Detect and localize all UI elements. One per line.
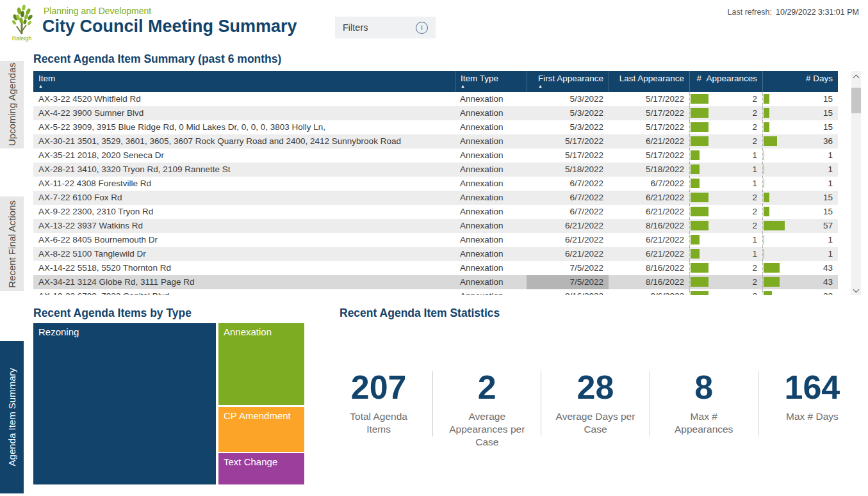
cell-days: 1 [762, 247, 838, 261]
table-row[interactable]: AX-28-21 3410, 3320 Tryon Rd, 2109 Ranne… [33, 163, 838, 177]
days-bar [764, 94, 769, 104]
cell-first-appearance: 6/21/2022 [527, 247, 609, 261]
table-row[interactable]: AX-8-22 5100 Tanglewild DrAnnexation6/21… [33, 247, 838, 261]
stat-label: Average Appearances per Case [446, 410, 528, 449]
stat-value: 8 [650, 370, 758, 405]
table-row[interactable]: AX-7-22 6100 Fox RdAnnexation6/7/20226/2… [33, 191, 838, 205]
sidebar-tab-upcoming-agendas[interactable]: Upcoming Agendas [0, 61, 24, 148]
cell-days: 15 [762, 205, 838, 219]
info-icon[interactable]: i [416, 22, 428, 34]
sidebar-tab-label: Recent Final Actions [6, 200, 17, 288]
table-row[interactable]: AX-11-22 4308 Forestville RdAnnexation6/… [33, 177, 838, 191]
stat-value: 2 [433, 370, 541, 405]
table-row[interactable]: AX-14-22 5518, 5520 Thornton RdAnnexatio… [33, 261, 838, 275]
last-refresh: Last refresh:10/29/2022 3:31:01 PM [728, 8, 859, 17]
appearances-value: 1 [690, 233, 762, 247]
days-bar [764, 207, 769, 216]
cell-first-appearance: 5/17/2022 [527, 134, 609, 148]
cell-item-type: Annexation [455, 289, 527, 295]
column-header-label: Item Type [461, 74, 498, 83]
table-row[interactable]: AX-10-22 6700, 7022 Capital BlvdAnnexati… [33, 289, 838, 295]
table-row[interactable]: AX-6-22 8405 Bournemouth DrAnnexation6/2… [33, 233, 838, 247]
days-bar [764, 108, 769, 118]
sidebar-tab-agenda-item-summary[interactable]: Agenda Item Summary [0, 341, 24, 493]
appearances-bar [691, 108, 708, 118]
column-header-appearances[interactable]: # Appearances▲ [689, 71, 762, 92]
cell-item-type: Annexation [455, 219, 527, 233]
cell-last-appearance: 8/16/2022 [609, 261, 689, 275]
cell-item-type: Annexation [455, 233, 527, 247]
cell-appearances: 1 [689, 163, 762, 177]
appearances-bar [691, 221, 708, 230]
scroll-thumb[interactable] [851, 88, 861, 113]
days-bar [764, 193, 769, 202]
cell-item: AX-7-22 6100 Fox Rd [33, 191, 455, 205]
svg-text:Raleigh: Raleigh [12, 35, 32, 42]
cell-appearances: 2 [689, 134, 762, 148]
cell-first-appearance: 6/7/2022 [527, 191, 609, 205]
filters-pane[interactable]: Filters i [335, 17, 436, 38]
column-header-item[interactable]: Item▲ [33, 71, 455, 92]
cell-days: 1 [762, 177, 838, 191]
treemap-tile-label: Text Change [224, 456, 277, 467]
table-row[interactable]: AX-13-22 3937 Watkins RdAnnexation6/21/2… [33, 219, 838, 233]
table-scrollbar[interactable] [851, 71, 861, 295]
treemap-tile-label: Rezoning [38, 326, 79, 337]
treemap-chart: RezoningAnnexationCP AmendmentText Chang… [33, 323, 304, 485]
cell-appearances: 1 [689, 233, 762, 247]
column-header-last-appearance[interactable]: Last Appearance▲ [609, 71, 689, 92]
cell-item-type: Annexation [455, 275, 527, 289]
cell-item: AX-8-22 5100 Tanglewild Dr [33, 247, 455, 261]
treemap-tile-cp-amendment[interactable]: CP Amendment [218, 407, 304, 452]
cell-days: 1 [762, 233, 838, 247]
cell-item-type: Annexation [455, 205, 527, 219]
page-title: City Council Meeting Summary [42, 17, 297, 36]
cell-appearances: 2 [689, 106, 762, 120]
table-row[interactable]: AX-3-22 4520 Whitfield RdAnnexation5/3/2… [33, 92, 838, 106]
table-row[interactable]: AX-4-22 3900 Sumner BlvdAnnexation5/3/20… [33, 106, 838, 120]
table-row[interactable]: AX-9-22 2300, 2310 Tryon RdAnnexation6/7… [33, 205, 838, 219]
appearances-value: 1 [690, 247, 762, 261]
scroll-down-icon[interactable] [853, 287, 860, 293]
treemap-tile-annexation[interactable]: Annexation [218, 323, 304, 405]
table-row[interactable]: AX-34-21 3124 Globe Rd, 3111 Page RdAnne… [33, 275, 838, 289]
cell-first-appearance: 5/3/2022 [527, 106, 609, 120]
column-header-days[interactable]: # Days▲ [762, 71, 838, 92]
cell-last-appearance: 6/21/2022 [609, 205, 689, 219]
cell-first-appearance: 7/5/2022 [527, 261, 609, 275]
stats-cards: 207Total Agenda Items2Average Appearance… [325, 370, 866, 449]
appearances-bar [691, 136, 708, 146]
scroll-up-icon[interactable] [853, 75, 860, 81]
cell-item: AX-5-22 3909, 3915 Blue Ridge Rd, 0 Mid … [33, 120, 455, 134]
treemap-tile-rezoning[interactable]: Rezoning [33, 323, 216, 484]
report-canvas: Raleigh Planning and Development City Co… [0, 0, 868, 496]
cell-item: AX-14-22 5518, 5520 Thornton Rd [33, 261, 455, 275]
column-header-first-appearance[interactable]: First Appearance▲ [527, 71, 609, 92]
cell-item: AX-3-22 4520 Whitfield Rd [33, 92, 455, 106]
sort-ascending-icon: ▲ [538, 84, 603, 88]
days-bar [764, 221, 785, 230]
cell-item: AX-10-22 6700, 7022 Capital Blvd [33, 289, 455, 295]
stat-card-average-appearances-per-case: 2Average Appearances per Case [433, 370, 541, 449]
cell-last-appearance: 6/7/2022 [609, 177, 689, 191]
last-refresh-value: 10/29/2022 3:31:01 PM [776, 8, 859, 17]
appearances-bar [691, 207, 708, 216]
table-row[interactable]: AX-5-22 3909, 3915 Blue Ridge Rd, 0 Mid … [33, 120, 838, 134]
days-bar [764, 179, 764, 188]
table-row[interactable]: AX-35-21 2018, 2020 Seneca DrAnnexation5… [33, 148, 838, 163]
treemap-tile-text-change[interactable]: Text Change [218, 453, 304, 484]
cell-last-appearance: 6/21/2022 [609, 233, 689, 247]
cell-last-appearance: 8/16/2022 [609, 219, 689, 233]
cell-days: 22 [762, 289, 838, 295]
column-header-item-type[interactable]: Item Type▲ [455, 71, 527, 92]
stat-label: Average Days per Case [555, 410, 637, 436]
days-bar [764, 277, 780, 287]
days-value: 15 [763, 191, 838, 205]
table-section-title: Recent Agenda Item Summary (past 6 month… [33, 52, 281, 66]
cell-first-appearance: 6/7/2022 [527, 177, 609, 191]
days-bar [764, 164, 764, 174]
sidebar-tab-recent-final-actions[interactable]: Recent Final Actions [0, 196, 24, 291]
cell-item-type: Annexation [455, 134, 527, 148]
table-row[interactable]: AX-30-21 3501, 3529, 3601, 3605, 3607 Ro… [33, 134, 838, 148]
cell-item: AX-28-21 3410, 3320 Tryon Rd, 2109 Ranne… [33, 163, 455, 177]
